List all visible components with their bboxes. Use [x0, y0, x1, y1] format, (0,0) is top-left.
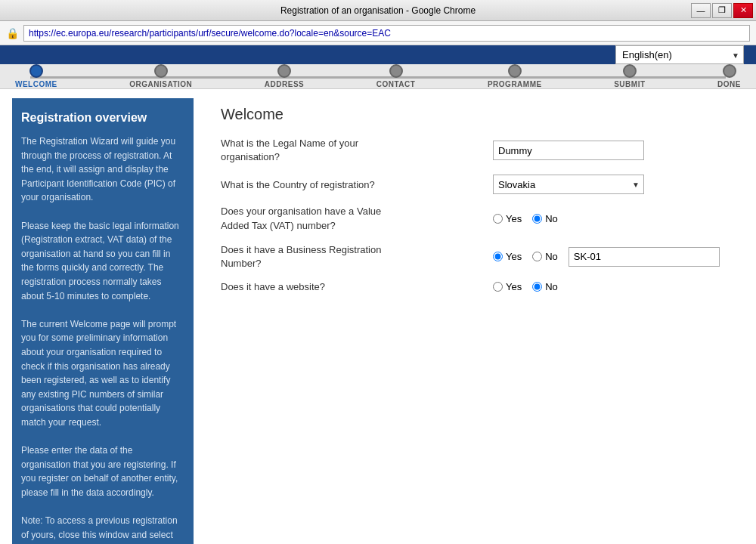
address-bar: 🔒 — [0, 21, 756, 45]
form-area: Welcome What is the Legal Name of youror… — [206, 98, 744, 544]
vat-no-radio[interactable] — [532, 214, 542, 224]
business-reg-yes-label[interactable]: Yes — [493, 251, 522, 262]
website-row: Does it have a website? Yes No — [221, 281, 729, 292]
website-no-radio[interactable] — [532, 282, 542, 292]
vat-row: Does your organisation have a ValueAdded… — [221, 205, 729, 232]
step-circle-welcome — [29, 64, 43, 78]
sidebar-title: Registration overview — [21, 109, 184, 127]
restore-button[interactable]: ❐ — [712, 3, 732, 18]
browser-content: English(en) Français(fr) Deutsch(de) Esp… — [0, 45, 756, 544]
business-reg-no-label[interactable]: No — [532, 251, 558, 262]
form-title: Welcome — [221, 106, 729, 123]
business-reg-input[interactable] — [569, 247, 720, 267]
step-label-address: ADDRESS — [265, 80, 304, 88]
title-bar: Registration of an organisation - Google… — [0, 0, 756, 21]
step-circle-submit — [623, 64, 637, 78]
legal-name-label: What is the Legal Name of yourorganisati… — [221, 137, 493, 164]
business-reg-no-text: No — [545, 251, 558, 262]
minimize-button[interactable]: — — [691, 3, 711, 18]
step-circle-done — [723, 64, 736, 78]
step-programme[interactable]: PROGRAMME — [488, 64, 542, 88]
business-reg-radio-group: Yes No — [493, 251, 558, 262]
step-label-contact: CONTACT — [376, 80, 416, 88]
main-content: Registration overview The Registration W… — [0, 89, 756, 544]
website-yes-label[interactable]: Yes — [493, 281, 522, 292]
language-selector-wrapper: English(en) Français(fr) Deutsch(de) Esp… — [615, 45, 744, 64]
step-address[interactable]: ADDRESS — [265, 64, 304, 88]
country-row: What is the Country of registration? Slo… — [221, 175, 729, 194]
top-bar: English(en) Français(fr) Deutsch(de) Esp… — [0, 45, 756, 64]
business-reg-yes-radio[interactable] — [493, 252, 503, 261]
step-submit[interactable]: SUBMIT — [614, 64, 645, 88]
website-no-text: No — [545, 281, 558, 292]
website-no-label[interactable]: No — [532, 281, 558, 292]
url-input[interactable] — [23, 25, 750, 42]
step-done[interactable]: DONE — [717, 64, 741, 88]
vat-label: Does your organisation have a ValueAdded… — [221, 205, 493, 232]
progress-bar: WELCOME ORGANISATION ADDRESS CONTACT PRO… — [0, 64, 756, 89]
window-controls: — ❐ ✕ — [691, 3, 753, 18]
close-button[interactable]: ✕ — [733, 3, 753, 18]
sidebar: Registration overview The Registration W… — [12, 98, 194, 544]
vat-yes-label[interactable]: Yes — [493, 213, 522, 224]
country-label: What is the Country of registration? — [221, 179, 493, 190]
business-reg-row: Does it have a Business RegistrationNumb… — [221, 243, 729, 270]
country-select-wrapper: Slovakia Germany France Czech Republic A… — [493, 175, 644, 194]
vat-yes-radio[interactable] — [493, 214, 503, 224]
legal-name-row: What is the Legal Name of yourorganisati… — [221, 137, 729, 164]
step-label-organisation: ORGANISATION — [129, 80, 192, 88]
website-label: Does it have a website? — [221, 281, 493, 292]
sidebar-text: The Registration Wizard will guide you t… — [21, 134, 184, 544]
step-circle-organisation — [154, 64, 168, 78]
country-select[interactable]: Slovakia Germany France Czech Republic A… — [493, 175, 644, 194]
vat-no-label[interactable]: No — [532, 213, 558, 224]
step-label-welcome: WELCOME — [15, 80, 57, 88]
step-label-programme: PROGRAMME — [488, 80, 542, 88]
step-label-done: DONE — [717, 80, 741, 88]
business-reg-label: Does it have a Business RegistrationNumb… — [221, 243, 493, 270]
step-welcome[interactable]: WELCOME — [15, 64, 57, 88]
step-circle-address — [277, 64, 291, 78]
website-radio-group: Yes No — [493, 281, 558, 292]
legal-name-input[interactable] — [493, 141, 644, 160]
window-title: Registration of an organisation - Google… — [280, 5, 476, 16]
website-yes-radio[interactable] — [493, 282, 503, 292]
language-select[interactable]: English(en) Français(fr) Deutsch(de) Esp… — [615, 45, 744, 64]
step-contact[interactable]: CONTACT — [376, 64, 416, 88]
step-label-submit: SUBMIT — [614, 80, 645, 88]
vat-no-text: No — [545, 213, 558, 224]
vat-radio-group: Yes No — [493, 213, 558, 224]
step-organisation[interactable]: ORGANISATION — [129, 64, 192, 88]
business-reg-no-radio[interactable] — [532, 252, 542, 261]
vat-yes-text: Yes — [506, 213, 522, 224]
step-circle-contact — [389, 64, 403, 78]
business-reg-yes-text: Yes — [506, 251, 522, 262]
step-circle-programme — [508, 64, 522, 78]
website-yes-text: Yes — [506, 281, 522, 292]
lock-icon: 🔒 — [6, 27, 19, 39]
